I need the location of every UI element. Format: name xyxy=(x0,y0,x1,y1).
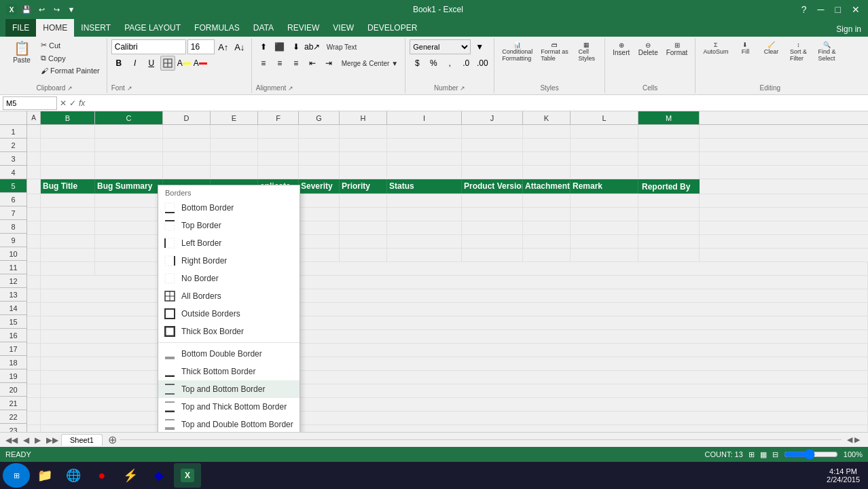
outside-borders-item[interactable]: Outside Borders xyxy=(158,305,300,323)
increase-indent-btn[interactable]: ⇥ xyxy=(321,56,336,71)
cell-F3[interactable] xyxy=(258,152,299,165)
col-header-K[interactable]: K xyxy=(523,111,571,124)
tab-insert[interactable]: INSERT xyxy=(74,19,117,37)
name-box[interactable] xyxy=(3,96,57,110)
cell-I10[interactable] xyxy=(387,249,462,261)
redo-btn[interactable]: ↪ xyxy=(50,3,62,16)
start-btn[interactable]: ⊞ xyxy=(3,463,30,488)
copy-button[interactable]: ⧉ Copy xyxy=(38,52,103,64)
cell-H10[interactable] xyxy=(340,249,387,261)
sheet-nav-last[interactable]: ▶▶ xyxy=(43,435,61,445)
conditional-format-btn[interactable]: 📊 ConditionalFormatting xyxy=(499,39,536,64)
top-thick-bottom-item[interactable]: Top and Thick Bottom Border xyxy=(158,398,300,416)
row-header-3[interactable]: 3 xyxy=(0,152,27,166)
cell-L8[interactable] xyxy=(571,221,638,234)
cell-A13[interactable] xyxy=(27,289,41,302)
cell-B1[interactable] xyxy=(41,125,95,138)
cell-J4[interactable] xyxy=(462,166,523,179)
number-format-btn[interactable]: ▼ xyxy=(472,39,487,54)
cell-styles-btn[interactable]: ▦ CellStyles xyxy=(573,39,600,64)
row-header-9[interactable]: 9 xyxy=(0,234,27,247)
all-borders-item[interactable]: All Borders xyxy=(158,287,300,305)
row-header-23[interactable]: 23 xyxy=(0,424,27,432)
row-header-6[interactable]: 6 xyxy=(0,193,27,206)
cell-G4[interactable] xyxy=(299,166,340,179)
minimize-btn[interactable]: ─ xyxy=(815,4,827,15)
view-layout-btn[interactable]: ▦ xyxy=(760,450,767,459)
col-header-B[interactable]: B xyxy=(41,111,95,124)
bottom-double-border-item[interactable]: Bottom Double Border xyxy=(158,345,300,363)
paste-button[interactable]: 📋 Paste xyxy=(7,39,37,66)
cell-L6[interactable] xyxy=(571,194,638,207)
cell-H1[interactable] xyxy=(340,125,387,138)
bottom-border-item[interactable]: Bottom Border xyxy=(158,199,300,217)
tab-formulas[interactable]: FORMULAS xyxy=(187,19,247,37)
col-header-H[interactable]: H xyxy=(340,111,387,124)
no-border-item[interactable]: No Border xyxy=(158,270,300,287)
cell-C1[interactable] xyxy=(95,125,163,138)
close-btn[interactable]: ✕ xyxy=(849,4,863,15)
percent-btn[interactable]: % xyxy=(426,56,441,71)
cell-A8[interactable] xyxy=(27,221,41,234)
row-header-5[interactable]: 5 xyxy=(0,179,27,193)
tab-view[interactable]: VIEW xyxy=(326,19,361,37)
col-header-A[interactable]: A xyxy=(27,111,41,124)
tab-review[interactable]: REVIEW xyxy=(281,19,326,37)
right-border-item[interactable]: Right Border xyxy=(158,252,300,270)
cell-A14[interactable] xyxy=(27,303,41,316)
thick-box-border-item[interactable]: Thick Box Border xyxy=(158,323,300,340)
insert-function-icon[interactable]: fx xyxy=(79,98,85,108)
sign-in-btn[interactable]: Sign in xyxy=(829,22,868,37)
tab-page-layout[interactable]: PAGE LAYOUT xyxy=(117,19,187,37)
cell-A4[interactable] xyxy=(27,166,41,179)
cell-M3[interactable] xyxy=(638,152,700,165)
cell-B9[interactable] xyxy=(41,235,95,248)
cell-H7[interactable] xyxy=(340,208,387,221)
col-header-I[interactable]: I xyxy=(387,111,462,124)
insert-btn[interactable]: ⊕ Insert xyxy=(609,39,634,58)
tab-home[interactable]: HOME xyxy=(36,19,74,37)
cell-A15[interactable] xyxy=(27,316,41,329)
increase-decimal-btn[interactable]: .00 xyxy=(475,56,490,71)
increase-font-btn[interactable]: A↑ xyxy=(216,39,231,54)
cell-I3[interactable] xyxy=(387,152,462,165)
cell-L4[interactable] xyxy=(571,166,638,179)
number-format-select[interactable]: General xyxy=(410,39,471,54)
cell-K5[interactable]: Attachments xyxy=(523,179,571,194)
row-header-20[interactable]: 20 xyxy=(0,383,27,397)
cell-J9[interactable] xyxy=(462,235,523,248)
cell-G9[interactable] xyxy=(299,235,340,248)
cell-B7[interactable] xyxy=(41,208,95,221)
row-header-10[interactable]: 10 xyxy=(0,247,27,261)
cell-A3[interactable] xyxy=(27,152,41,165)
font-color-btn[interactable]: A xyxy=(193,56,208,71)
cell-J8[interactable] xyxy=(462,221,523,234)
cell-F1[interactable] xyxy=(258,125,299,138)
cell-J2[interactable] xyxy=(462,139,523,151)
row-header-14[interactable]: 14 xyxy=(0,302,27,315)
cell-K4[interactable] xyxy=(523,166,571,179)
row-header-15[interactable]: 15 xyxy=(0,315,27,329)
view-page-btn[interactable]: ⊟ xyxy=(772,450,778,459)
font-name-input[interactable] xyxy=(111,39,186,54)
cell-J5[interactable]: Product Version xyxy=(462,179,523,194)
cell-B2[interactable] xyxy=(41,139,95,151)
cell-H2[interactable] xyxy=(340,139,387,151)
align-middle-btn[interactable]: ⬛ xyxy=(272,39,287,54)
cell-B4[interactable] xyxy=(41,166,95,179)
cell-I6[interactable] xyxy=(387,194,462,207)
cell-L2[interactable] xyxy=(571,139,638,151)
cell-J10[interactable] xyxy=(462,249,523,261)
cell-J6[interactable] xyxy=(462,194,523,207)
col-header-D[interactable]: D xyxy=(163,111,211,124)
decrease-indent-btn[interactable]: ⇤ xyxy=(305,56,320,71)
cell-L9[interactable] xyxy=(571,235,638,248)
col-header-J[interactable]: J xyxy=(462,111,523,124)
cell-E2[interactable] xyxy=(211,139,258,151)
tab-data[interactable]: DATA xyxy=(247,19,281,37)
cell-K8[interactable] xyxy=(523,221,571,234)
row-header-1[interactable]: 1 xyxy=(0,125,27,139)
cell-H3[interactable] xyxy=(340,152,387,165)
align-top-btn[interactable]: ⬆ xyxy=(256,39,271,54)
cut-button[interactable]: ✂ Cut xyxy=(38,39,103,51)
